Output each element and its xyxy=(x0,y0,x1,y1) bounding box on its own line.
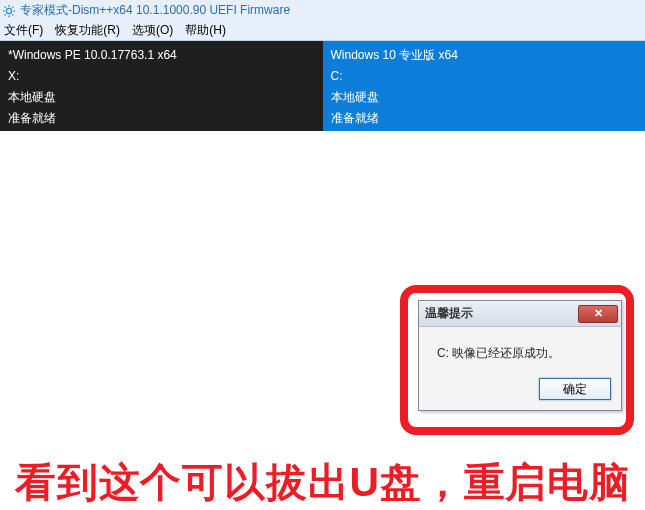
right-status: 准备就绪 xyxy=(331,108,638,129)
dialog-titlebar: 温馨提示 ✕ xyxy=(419,301,621,327)
menubar: 文件(F) 恢复功能(R) 选项(O) 帮助(H) xyxy=(0,21,645,41)
right-os: Windows 10 专业版 x64 xyxy=(331,45,638,66)
svg-point-0 xyxy=(6,8,11,13)
gear-icon xyxy=(2,4,16,18)
image-panel-right[interactable]: Windows 10 专业版 x64 C: 本地硬盘 准备就绪 xyxy=(323,41,646,131)
left-status: 准备就绪 xyxy=(8,108,315,129)
image-panel-left[interactable]: *Windows PE 10.0.17763.1 x64 X: 本地硬盘 准备就… xyxy=(0,41,323,131)
menu-file[interactable]: 文件(F) xyxy=(4,22,43,39)
annotation-caption: 看到这个可以拔出U盘，重启电脑 xyxy=(0,454,645,510)
svg-line-6 xyxy=(12,14,13,15)
svg-line-8 xyxy=(12,6,13,7)
left-disk: 本地硬盘 xyxy=(8,87,315,108)
left-drive: X: xyxy=(8,66,315,87)
ok-button[interactable]: 确定 xyxy=(539,378,611,400)
dialog-body: C: 映像已经还原成功。 xyxy=(419,327,621,372)
dialog-title: 温馨提示 xyxy=(425,305,473,322)
menu-recover[interactable]: 恢复功能(R) xyxy=(55,22,120,39)
dialog-close-button[interactable]: ✕ xyxy=(578,305,618,323)
menu-options[interactable]: 选项(O) xyxy=(132,22,173,39)
dialog-warm-tip: 温馨提示 ✕ C: 映像已经还原成功。 确定 xyxy=(418,300,622,411)
svg-line-5 xyxy=(5,6,6,7)
svg-line-7 xyxy=(5,14,6,15)
dialog-footer: 确定 xyxy=(419,372,621,410)
image-panel-row: *Windows PE 10.0.17763.1 x64 X: 本地硬盘 准备就… xyxy=(0,41,645,131)
close-icon: ✕ xyxy=(594,308,603,319)
window-title: 专家模式-Dism++x64 10.1.1000.90 UEFI Firmwar… xyxy=(20,2,290,19)
left-os: *Windows PE 10.0.17763.1 x64 xyxy=(8,45,315,66)
window-titlebar: 专家模式-Dism++x64 10.1.1000.90 UEFI Firmwar… xyxy=(0,0,645,21)
annotation-caption-text: 看到这个可以拔出U盘，重启电脑 xyxy=(15,455,631,510)
right-drive: C: xyxy=(331,66,638,87)
right-disk: 本地硬盘 xyxy=(331,87,638,108)
menu-help[interactable]: 帮助(H) xyxy=(185,22,226,39)
